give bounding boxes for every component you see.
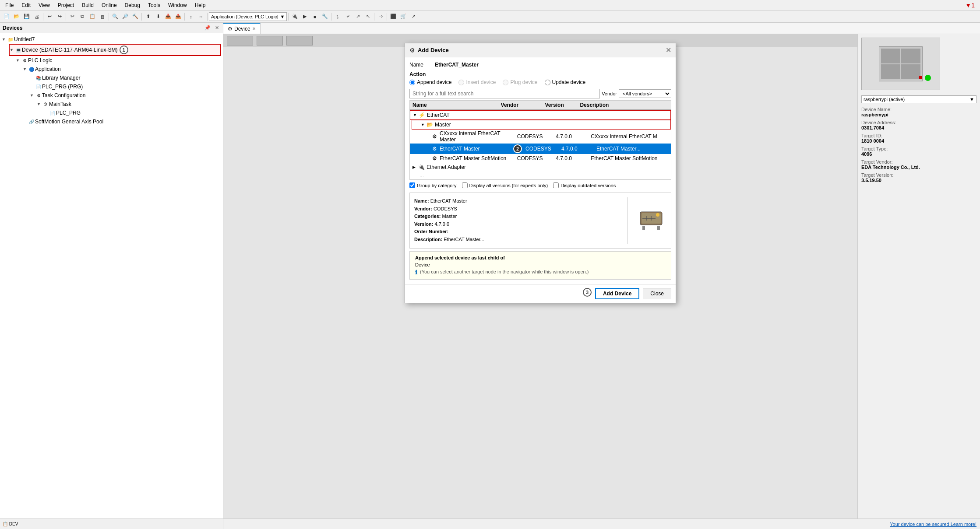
prop-target-version-label: Target Version: (861, 172, 976, 178)
tree-row-ethercat-master[interactable]: ⚙ EtherCAT Master 2 CODESYS 4.7.0.0 Ethe… (410, 144, 671, 154)
step2-btn[interactable]: ⤶ (343, 12, 353, 21)
svg-point-4 (656, 213, 659, 217)
search2-btn[interactable]: 🔎 (120, 12, 130, 21)
cxxxxx-desc: CXxxxx internal EtherCAT M (591, 133, 668, 140)
tree-item-project[interactable]: ▼ 📁 Untitled7 (2, 35, 221, 44)
ref-btn[interactable]: ↕ (186, 12, 196, 21)
device-selector-dropdown[interactable]: raspberrypi (active) ▼ (861, 95, 976, 103)
device-block-4 (901, 64, 920, 79)
nav-btn[interactable]: ⇨ (376, 12, 385, 21)
secure-link[interactable]: Your device can be secured Learn more! (890, 522, 976, 527)
prop-target-vendor: Target Vendor: EDA Technology Co., Ltd. (861, 159, 976, 170)
tree-item-maintask[interactable]: ▼ ⏱ MainTask (37, 100, 221, 109)
add-device-button[interactable]: Add Device (595, 288, 639, 299)
checkbox-outdated-item[interactable]: Display outdated versions (553, 182, 616, 188)
upload-btn[interactable]: ⬆ (143, 12, 153, 21)
tree-row-master[interactable]: ▼ 📂 Master (412, 120, 671, 130)
delete-btn[interactable]: 🗑 (98, 12, 107, 21)
checkbox-versions-input[interactable] (462, 182, 468, 188)
layout-btn[interactable]: ⬛ (388, 12, 398, 21)
col-version-header: Version (545, 102, 580, 108)
checkbox-outdated-input[interactable] (553, 182, 559, 188)
redo-btn[interactable]: ↪ (55, 12, 64, 21)
tree-item-plcprg[interactable]: 📄 PLC_PRG (PRG) (30, 82, 221, 91)
new-btn[interactable]: 📄 (2, 12, 11, 21)
search-input[interactable] (409, 89, 600, 98)
extra-btn[interactable]: ↗ (409, 12, 418, 21)
menu-edit[interactable]: Edit (18, 1, 34, 9)
import-btn[interactable]: 📥 (163, 12, 173, 21)
action-section: Action Append device Insert device (409, 71, 671, 85)
radio-append[interactable]: Append device (409, 79, 451, 85)
tree-item-task-config[interactable]: ▼ ⚙ Task Configuration (30, 91, 221, 100)
undo-btn[interactable]: ↩ (45, 12, 54, 21)
tree-row-cxxxxx[interactable]: ⚙ CXxxxx internal EtherCAT Master CODESY… (410, 130, 671, 144)
open-btn[interactable]: 📂 (12, 12, 21, 21)
build-btn[interactable]: 🔨 (130, 12, 140, 21)
tree-item-softmotion[interactable]: 🔗 SoftMotion General Axis Pool (23, 117, 221, 126)
cut-btn[interactable]: ✂ (67, 12, 77, 21)
device-preview-inner (879, 46, 923, 81)
tree-row-ethercat[interactable]: ▼ ⚡ EtherCAT (410, 110, 671, 120)
menu-online[interactable]: Online (98, 1, 120, 9)
device-block-2 (901, 49, 920, 63)
save-btn[interactable]: 💾 (22, 12, 32, 21)
step-btn[interactable]: ⤵ (333, 12, 342, 21)
detail-categories-label: Categories: (414, 214, 441, 219)
menu-view[interactable]: View (35, 1, 53, 9)
radio-insert[interactable]: Insert device (458, 79, 496, 85)
sidebar-pin-btn[interactable]: 📌 (203, 25, 212, 31)
tree-item-plc[interactable]: ▼ ⚙ PLC Logic (16, 56, 221, 65)
menu-window[interactable]: Window (165, 1, 190, 9)
radio-plug[interactable]: Plug device (503, 79, 537, 85)
copy-btn[interactable]: ⧉ (78, 12, 87, 21)
checkbox-versions-label: Display all versions (for experts only) (469, 183, 548, 188)
ethercat-folder-icon: ⚡ (418, 112, 425, 119)
wrench-btn[interactable]: 🔧 (320, 12, 330, 21)
detail-desc-value: EtherCAT Master... (444, 237, 484, 242)
menu-file[interactable]: File (2, 1, 17, 9)
close-button[interactable]: Close (643, 288, 671, 299)
plc-label: PLC Logic (28, 57, 52, 63)
download-btn[interactable]: ⬇ (153, 12, 163, 21)
tree-item-application[interactable]: ▼ 🔵 Application (23, 65, 221, 74)
detail-version-value: 4.7.0.0 (434, 221, 449, 227)
cart-btn[interactable]: 🛒 (398, 12, 408, 21)
app-selector[interactable]: Application [Device: PLC Logic] ▼ (209, 12, 287, 21)
export-btn[interactable]: 📤 (173, 12, 183, 21)
circle-1: 1 (120, 46, 128, 54)
menu-help[interactable]: Help (191, 1, 209, 9)
tab-close-btn[interactable]: ✕ (252, 26, 256, 31)
tree-item-library[interactable]: 📚 Library Manager (30, 74, 221, 82)
tree-item-plcprg2[interactable]: 📄 PLC_PRG (44, 109, 221, 117)
step3-btn[interactable]: ↗ (353, 12, 363, 21)
tree-row-ethercat-soft[interactable]: ⚙ EtherCAT Master SoftMotion CODESYS 4.7… (410, 154, 671, 163)
menu-project[interactable]: Project (54, 1, 78, 9)
ref2-btn[interactable]: ↔ (196, 12, 206, 21)
checkbox-group-input[interactable] (409, 182, 415, 188)
sidebar-close-btn[interactable]: ✕ (214, 25, 220, 31)
sidebar-bottom: 📋 DEV (0, 518, 223, 529)
search-btn[interactable]: 🔍 (110, 12, 120, 21)
menu-build[interactable]: Build (78, 1, 97, 9)
dialog-close-btn[interactable]: ✕ (666, 46, 671, 54)
radio-update[interactable]: Update device (545, 79, 586, 85)
vendor-dropdown[interactable]: <All vendors> (619, 89, 671, 98)
emaster-vendor: CODESYS (525, 146, 561, 152)
status-red-dot (919, 76, 922, 79)
checkbox-group-item[interactable]: Group by category (409, 182, 457, 188)
checkbox-versions-item[interactable]: Display all versions (for experts only) (462, 182, 548, 188)
step4-btn[interactable]: ↖ (363, 12, 373, 21)
paste-btn[interactable]: 📋 (88, 12, 97, 21)
menu-debug[interactable]: Debug (121, 1, 144, 9)
tab-device[interactable]: ⚙ Device ✕ (223, 23, 261, 34)
prop-target-id-value: 1810 0004 (861, 138, 976, 144)
tree-row-ethernet[interactable]: ▶ 🔌 Ethernet Adapter (410, 163, 671, 172)
cxxxxx-vendor: CODESYS (517, 133, 556, 140)
stop-btn[interactable]: ■ (310, 12, 320, 21)
print-btn[interactable]: 🖨 (32, 12, 42, 21)
tree-item-device[interactable]: ▼ 💻 Device (EDATEC-117-ARM64-Linux-SM) 1 (9, 44, 221, 56)
play-btn[interactable]: ▶ (300, 12, 310, 21)
connect-btn[interactable]: 🔌 (290, 12, 300, 21)
menu-tools[interactable]: Tools (145, 1, 164, 9)
